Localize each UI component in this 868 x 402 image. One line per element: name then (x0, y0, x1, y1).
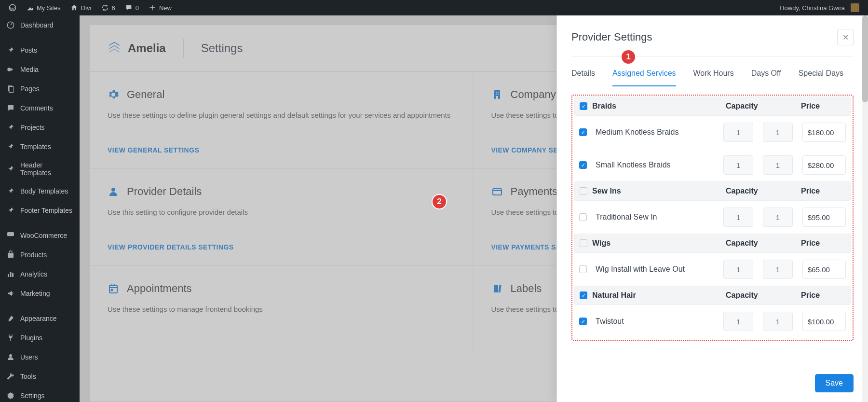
group-name: Sew Ins (587, 187, 726, 195)
sidebar-item-body-templates[interactable]: Body Templates (0, 181, 80, 201)
col-capacity-label: Capacity (726, 187, 801, 195)
close-button[interactable]: ✕ (837, 29, 854, 45)
site-name[interactable]: Divi (66, 0, 96, 15)
capacity-min-input[interactable]: 1 (723, 208, 753, 227)
group-checkbox[interactable] (580, 239, 587, 247)
tab-days-off[interactable]: Days Off (751, 64, 781, 86)
pages-icon (6, 84, 15, 94)
capacity-max-input[interactable]: 1 (763, 155, 793, 175)
service-group-header: ✓BraidsCapacityPrice (574, 97, 851, 116)
wp-admin-bar: My Sites Divi 6 0 New (0, 0, 868, 15)
sidebar-item-projects[interactable]: Projects (0, 118, 80, 137)
panel-tabs: DetailsAssigned ServicesWork HoursDays O… (571, 64, 854, 87)
page-scrollbar[interactable] (862, 15, 868, 402)
sidebar-item-label: Marketing (20, 290, 50, 297)
service-checkbox[interactable] (579, 213, 587, 221)
service-checkbox[interactable] (579, 265, 587, 273)
service-row: ✓Small Knotless Braids11$280.00 (574, 149, 851, 181)
price-input[interactable]: $180.00 (802, 123, 846, 142)
col-price-label: Price (801, 187, 845, 195)
sidebar-item-plugins[interactable]: Plugins (0, 328, 80, 347)
price-input[interactable]: $95.00 (802, 208, 846, 227)
tab-details[interactable]: Details (571, 64, 595, 86)
service-group-header: Sew InsCapacityPrice (574, 181, 851, 201)
tab-work-hours[interactable]: Work Hours (693, 64, 734, 86)
service-group-header: WigsCapacityPrice (574, 234, 851, 253)
sidebar-item-dashboard[interactable]: Dashboard (0, 15, 80, 35)
sidebar-item-label: Media (20, 66, 39, 73)
capacity-max-input[interactable]: 1 (763, 260, 793, 279)
comment-icon (125, 4, 133, 12)
home-icon (70, 4, 78, 12)
group-name: Wigs (587, 239, 726, 248)
capacity-min-input[interactable]: 1 (723, 123, 753, 142)
sidebar-item-label: Header Templates (20, 161, 74, 177)
sidebar-item-label: Pages (20, 85, 40, 93)
sidebar-item-label: Posts (20, 46, 37, 54)
sidebar-item-header-templates[interactable]: Header Templates (0, 156, 80, 181)
save-button[interactable]: Save (815, 374, 854, 392)
sidebar-item-label: Appearance (20, 315, 57, 322)
wp-logo[interactable] (4, 0, 21, 15)
price-input[interactable]: $65.00 (802, 260, 846, 279)
pin-icon (6, 186, 15, 196)
capacity-max-input[interactable]: 1 (763, 312, 793, 331)
sidebar-item-templates[interactable]: Templates (0, 137, 80, 156)
new-label: New (159, 4, 172, 12)
sidebar-item-appearance[interactable]: Appearance (0, 309, 80, 328)
group-checkbox[interactable]: ✓ (580, 102, 587, 110)
sidebar-item-label: Users (20, 353, 38, 361)
close-icon: ✕ (842, 33, 849, 42)
capacity-min-input[interactable]: 1 (723, 312, 753, 331)
sidebar-item-settings[interactable]: Settings (0, 386, 80, 402)
col-capacity-label: Capacity (726, 239, 801, 248)
tab-special-days[interactable]: Special Days (799, 64, 843, 86)
my-sites[interactable]: My Sites (21, 0, 66, 15)
price-input[interactable]: $100.00 (802, 312, 846, 331)
sidebar-item-marketing[interactable]: Marketing (0, 284, 80, 303)
col-price-label: Price (801, 291, 845, 300)
sidebar-item-label: Comments (20, 104, 53, 112)
tab-assigned-services[interactable]: Assigned Services (612, 64, 676, 86)
sidebar-item-tools[interactable]: Tools (0, 367, 80, 386)
service-group-header: ✓Natural HairCapacityPrice (574, 286, 851, 305)
pin-icon (6, 123, 15, 132)
svg-rect-5 (7, 232, 14, 236)
gear-icon (6, 391, 15, 401)
capacity-min-input[interactable]: 1 (723, 260, 753, 279)
svg-point-10 (9, 354, 12, 357)
sidebar-item-label: Settings (20, 392, 45, 400)
bar-comments[interactable]: 0 (120, 0, 144, 15)
service-name: Small Knotless Braids (591, 161, 719, 169)
sidebar-item-footer-templates[interactable]: Footer Templates (0, 201, 80, 220)
greeting: Howdy, Christina Gwira (780, 4, 845, 12)
sidebar-item-pages[interactable]: Pages (0, 79, 80, 98)
media-icon (6, 65, 15, 74)
updates-count: 6 (112, 4, 115, 12)
sidebar-item-media[interactable]: Media (0, 60, 80, 79)
capacity-max-input[interactable]: 1 (763, 208, 793, 227)
sidebar-item-posts[interactable]: Posts (0, 41, 80, 60)
service-checkbox[interactable]: ✓ (579, 128, 587, 136)
sidebar-item-label: Tools (20, 373, 36, 380)
sidebar-item-comments[interactable]: Comments (0, 98, 80, 118)
new-content[interactable]: New (144, 0, 176, 15)
capacity-max-input[interactable]: 1 (763, 123, 793, 142)
service-row: Traditional Sew In11$95.00 (574, 201, 851, 234)
svg-rect-6 (8, 253, 14, 258)
service-checkbox[interactable]: ✓ (579, 318, 587, 325)
col-capacity-label: Capacity (726, 102, 801, 111)
service-name: Medium Knotless Braids (591, 128, 719, 137)
group-checkbox[interactable] (580, 187, 587, 195)
updates[interactable]: 6 (96, 0, 120, 15)
service-name: Traditional Sew In (591, 213, 719, 222)
price-input[interactable]: $280.00 (802, 155, 846, 175)
sidebar-item-users[interactable]: Users (0, 347, 80, 367)
howdy-user[interactable]: Howdy, Christina Gwira (775, 0, 864, 15)
sidebar-item-woocommerce[interactable]: WooCommerce (0, 226, 80, 245)
sidebar-item-analytics[interactable]: Analytics (0, 264, 80, 284)
sidebar-item-products[interactable]: Products (0, 245, 80, 264)
group-checkbox[interactable]: ✓ (580, 291, 587, 299)
capacity-min-input[interactable]: 1 (723, 155, 753, 175)
service-checkbox[interactable]: ✓ (579, 161, 587, 169)
